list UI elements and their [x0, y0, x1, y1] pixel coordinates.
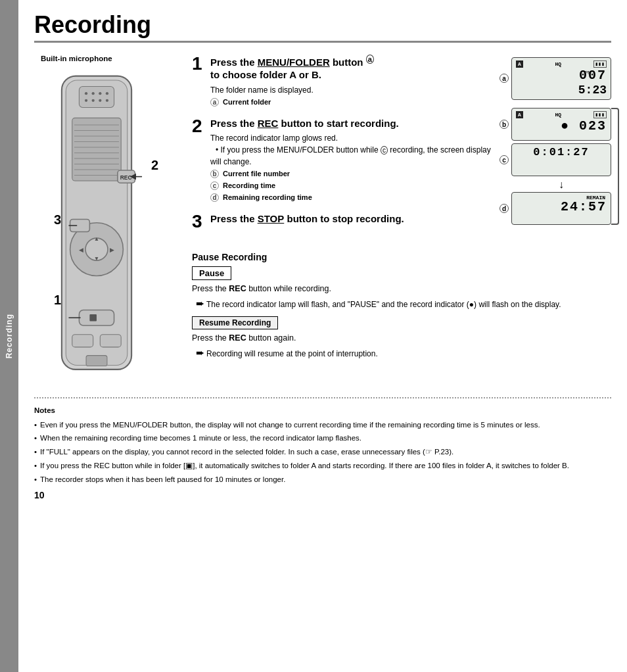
display-2b-row: c 0:01:27 [499, 143, 611, 176]
display-1-sub: 5:23 [516, 84, 607, 97]
step-2-bullet: • If you press the MENU/FOLDER button wh… [210, 145, 491, 166]
step-3-content: Press the STOP button to stop recording. [210, 212, 493, 228]
device-column: Built-in microphone 2 3 1 [34, 55, 185, 385]
display-1-battery: ▮▮▮ [593, 60, 607, 68]
note-text-1: Even if you press the MENU/FOLDER button… [40, 420, 540, 431]
svg-rect-11 [72, 118, 121, 181]
note-text-5: The recorder stops when it has been left… [40, 474, 285, 486]
note-bullet-5: • [34, 474, 37, 486]
device-num-3: 3 [54, 212, 61, 228]
label-d-circle: d [499, 204, 509, 213]
display-1-row: a A HQ ▮▮▮ 007 PM 5:23 [499, 57, 611, 100]
resume-body: Press the REC button again. [192, 333, 611, 343]
steps-displays: 1 Press the MENU/FOLDER button a to choo… [192, 55, 611, 241]
step-3: 3 Press the STOP button to stop recordin… [192, 212, 493, 231]
note-bullet-2: • [34, 433, 37, 444]
display-2a-folder: A [516, 111, 523, 118]
arrow-icon-2: ➨ [196, 347, 204, 358]
menu-folder-key: MENU/FOLDER [258, 57, 330, 68]
step-3-number: 3 [192, 212, 205, 231]
remain-label: REMAIN [586, 195, 605, 201]
svg-rect-2 [79, 86, 114, 107]
display-2a-digits: ● 023 [516, 120, 607, 133]
label-c-circle: c [499, 155, 509, 164]
pause-title: Pause Recording [192, 252, 611, 262]
svg-text:▲: ▲ [94, 235, 99, 242]
svg-text:▼: ▼ [94, 255, 99, 262]
svg-point-8 [92, 99, 95, 101]
display-1-pm: PM [584, 70, 591, 76]
device-illustration: 2 3 1 [41, 69, 172, 385]
display-2a-top: A HQ ▮▮▮ [516, 111, 607, 118]
note-item-5: • The recorder stops when it has been le… [34, 474, 611, 486]
sidebar: Recording [0, 0, 18, 672]
display-1-hq: HQ [555, 61, 561, 67]
step-2-number: 2 [192, 117, 205, 135]
step-1: 1 Press the MENU/FOLDER button a to choo… [192, 55, 493, 108]
display-group-2: b A HQ ▮▮▮ ● 023 [499, 108, 611, 225]
display-2c-digits: 24:57 [516, 201, 607, 214]
pause-box: Pause [192, 266, 231, 280]
display-2b-digits: 0:01:27 [516, 147, 607, 158]
step-2-body: The record indicator lamp glows red. • I… [210, 132, 493, 203]
display-step1: A HQ ▮▮▮ 007 PM 5:23 [511, 57, 611, 100]
svg-rect-32 [89, 314, 97, 322]
display-2a-hq: HQ [555, 112, 561, 118]
note-item-4: • If you press the REC button while in f… [34, 460, 611, 472]
title-rule [34, 41, 611, 43]
pause-bullet: ➨The record indicator lamp will flash, a… [192, 297, 611, 310]
resume-box: Resume Recording [192, 316, 278, 329]
dotted-separator [34, 397, 611, 398]
resume-bullet: ➨Recording will resume at the point of i… [192, 347, 611, 359]
step-2-title: Press the REC button to start recording. [210, 117, 493, 130]
display-step2a: A HQ ▮▮▮ ● 023 [511, 108, 611, 141]
svg-point-4 [92, 92, 95, 95]
label-a-circle: a [499, 74, 509, 83]
svg-text:◀: ◀ [79, 247, 83, 253]
note-item-3: • If "FULL" appears on the display, you … [34, 446, 611, 458]
step-3-title: Press the STOP button to stop recording. [210, 212, 493, 226]
svg-rect-35 [86, 355, 107, 366]
note-item-2: • When the remaining recording time beco… [34, 433, 611, 444]
note-bullet-1: • [34, 420, 37, 431]
device-num-1: 1 [54, 293, 61, 308]
step-1-label-a: a Current folder [210, 98, 271, 106]
rec-key-1: REC [258, 118, 279, 129]
note-text-2: When the remaining recording time become… [40, 433, 361, 444]
display-1-top: A HQ ▮▮▮ [516, 60, 607, 68]
display-step2b: 0:01:27 [511, 143, 611, 176]
device-num-2: 2 [151, 158, 158, 173]
step-1-content: Press the MENU/FOLDER button a to choose… [210, 55, 493, 108]
svg-text:▶: ▶ [110, 247, 114, 253]
label-b-circle: b [499, 120, 509, 129]
steps-area: 1 Press the MENU/FOLDER button a to choo… [192, 55, 493, 241]
display-1-folder: A [516, 60, 523, 68]
right-bracket [611, 108, 619, 225]
notes-title: Notes [34, 405, 611, 417]
step-1-title: Press the MENU/FOLDER button a to choose… [210, 55, 493, 82]
step-2-labels: b Current file number c Recording time d… [210, 170, 312, 201]
svg-point-9 [99, 99, 101, 101]
step-1-body: The folder name is displayed. a Current … [210, 84, 493, 108]
step-2-content: Press the REC button to start recording.… [210, 117, 493, 204]
pause-section: Pause Recording Pause Press the REC butt… [192, 252, 611, 359]
page-number: 10 [34, 490, 611, 500]
svg-rect-34 [100, 334, 121, 347]
step-2: 2 Press the REC button to start recordin… [192, 117, 493, 204]
displays-column: a A HQ ▮▮▮ 007 PM 5:23 [499, 55, 611, 241]
svg-point-10 [106, 99, 108, 101]
svg-point-6 [106, 92, 108, 95]
note-text-3: If "FULL" appears on the display, you ca… [40, 446, 453, 458]
display-2c-row: d REMAIN 24:57 [499, 192, 611, 225]
step-1-number: 1 [192, 55, 205, 73]
svg-point-5 [99, 92, 101, 95]
note-item-1: • Even if you press the MENU/FOLDER butt… [34, 420, 611, 431]
rec-key-2: REC [229, 284, 246, 293]
svg-point-7 [85, 99, 87, 101]
note-bullet-3: • [34, 446, 37, 458]
svg-rect-33 [72, 334, 93, 347]
sidebar-label: Recording [5, 314, 14, 358]
main-content: Recording Built-in microphone 2 3 1 [18, 0, 627, 512]
note-bullet-4: • [34, 460, 37, 472]
rec-key-3: REC [229, 333, 246, 343]
